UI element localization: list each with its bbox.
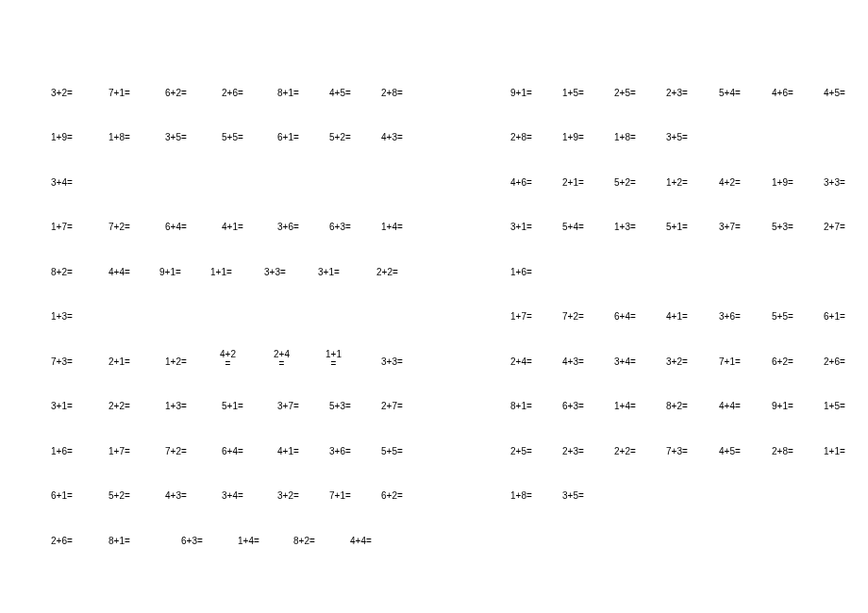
- math-problem: 1+1=: [824, 446, 845, 456]
- problem-row: 1+9=1+8=3+5=5+5=6+1=5+2=4+3=2+8=1+9=1+8=…: [0, 132, 868, 145]
- math-problem: 1+7=: [510, 311, 532, 322]
- math-problem: 4+1=: [277, 446, 299, 456]
- math-problem: 3+2=: [666, 356, 688, 367]
- math-problem: 4+1=: [666, 311, 688, 322]
- math-problem: 7+3=: [666, 446, 688, 456]
- math-problem: 1+7=: [108, 446, 130, 456]
- math-problem: 3+3=: [381, 356, 403, 367]
- math-problem: 5+2=: [614, 177, 636, 188]
- math-problem: 2+6=: [222, 88, 243, 98]
- math-problem: 3+1=: [51, 401, 73, 411]
- math-problem: 9+1=: [772, 401, 793, 411]
- math-problem: 4+4=: [719, 401, 741, 411]
- math-problem: 1+8=: [510, 490, 532, 501]
- math-problem: 1+6=: [510, 267, 532, 277]
- math-problem: 5+1=: [222, 401, 243, 411]
- math-problem: 1+3=: [165, 401, 187, 411]
- math-problem: 2+7=: [824, 222, 845, 232]
- math-problem: 3+4=: [51, 177, 73, 188]
- problem-row: 1+3=1+7=7+2=6+4=4+1=3+6=5+5=6+1=: [0, 311, 868, 324]
- math-problem: 6+4=: [614, 311, 636, 322]
- math-problem: 1+4=: [381, 222, 403, 232]
- problem-row: 1+6=1+7=7+2=6+4=4+1=3+6=5+5=2+5=2+3=2+2=…: [0, 446, 868, 459]
- math-problem: 3+7=: [277, 401, 299, 411]
- math-problem: 1+8=: [614, 132, 636, 142]
- math-problem: 5+3=: [772, 222, 793, 232]
- math-problem: 2+2=: [108, 401, 130, 411]
- math-problem: 2+5=: [614, 88, 636, 98]
- math-problem: 5+5=: [381, 446, 403, 456]
- math-problem: 2+8=: [772, 446, 793, 456]
- math-problem: 1+3=: [614, 222, 636, 232]
- math-problem: 2+4=: [510, 356, 532, 367]
- math-problem: 4+5=: [329, 88, 351, 98]
- math-problem: 3+4=: [614, 356, 636, 367]
- math-problem: 1+8=: [108, 132, 130, 142]
- math-problem: 2+6=: [51, 536, 73, 546]
- math-problem: 6+3=: [181, 536, 203, 546]
- math-problem: 1+7=: [51, 222, 73, 232]
- math-problem: 6+1=: [277, 132, 299, 142]
- math-problem: 3+5=: [562, 490, 584, 501]
- math-problem: 4+6=: [510, 177, 532, 188]
- math-problem: 1+5=: [824, 401, 845, 411]
- problem-row: 6+1=5+2=4+3=3+4=3+2=7+1=6+2=1+8=3+5=: [0, 490, 868, 504]
- math-problem: 1+3=: [51, 311, 73, 322]
- math-problem: 1+4=: [238, 536, 259, 546]
- math-problem: 4+5=: [824, 88, 845, 98]
- math-problem: 4+6=: [772, 88, 793, 98]
- math-problem: 2+3=: [666, 88, 688, 98]
- math-problem: 7+2=: [165, 446, 187, 456]
- math-problem: 1+5=: [562, 88, 584, 98]
- math-problem: 3+2=: [51, 88, 73, 98]
- problem-row: 1+7=7+2=6+4=4+1=3+6=6+3=1+4=3+1=5+4=1+3=…: [0, 222, 868, 235]
- math-problem: 2+2=: [376, 267, 398, 277]
- math-problem: 7+3=: [51, 356, 73, 367]
- problem-row: 2+6=8+1=6+3=1+4=8+2=4+4=: [0, 536, 868, 549]
- math-problem: 3+6=: [277, 222, 299, 232]
- math-problem: 3+3=: [264, 267, 286, 277]
- math-problem: 3+1=: [510, 222, 532, 232]
- math-problem: 5+5=: [772, 311, 793, 322]
- math-problem: 7+2=: [562, 311, 584, 322]
- math-problem-stacked: 1+1=: [326, 350, 342, 369]
- math-problem: 3+1=: [318, 267, 340, 277]
- math-problem: 2+1=: [562, 177, 584, 188]
- math-problem: 2+6=: [824, 356, 845, 367]
- math-problem: 3+5=: [165, 132, 187, 142]
- problem-row: 8+2=4+4=9+1=1+1=3+3=3+1=2+2=1+6=: [0, 267, 868, 280]
- math-problem: 6+1=: [824, 311, 845, 322]
- math-problem: 2+8=: [381, 88, 403, 98]
- math-problem: 4+3=: [381, 132, 403, 142]
- math-problem: 6+3=: [329, 222, 351, 232]
- math-problem: 2+1=: [108, 356, 130, 367]
- math-problem: 4+5=: [719, 446, 741, 456]
- math-problem: 4+4=: [108, 267, 130, 277]
- math-problem: 7+2=: [108, 222, 130, 232]
- math-problem: 6+3=: [562, 401, 584, 411]
- math-problem: 9+1=: [159, 267, 181, 277]
- math-problem: 2+2=: [614, 446, 636, 456]
- math-problem: 1+2=: [666, 177, 688, 188]
- math-problem: 2+5=: [510, 446, 532, 456]
- math-problem: 5+4=: [719, 88, 741, 98]
- problem-row: 7+3=2+1=1+2=3+3=2+4=4+3=3+4=3+2=7+1=6+2=…: [0, 356, 868, 370]
- math-problem: 5+2=: [108, 490, 130, 501]
- math-problem-stacked: 2+4=: [274, 350, 290, 369]
- math-problem: 8+2=: [293, 536, 315, 546]
- math-problem: 6+1=: [51, 490, 73, 501]
- math-problem: 2+8=: [510, 132, 532, 142]
- math-problem: 3+6=: [719, 311, 741, 322]
- math-problem: 4+2=: [719, 177, 741, 188]
- math-problem: 4+4=: [350, 536, 372, 546]
- math-problem: 7+1=: [719, 356, 741, 367]
- math-problem: 3+5=: [666, 132, 688, 142]
- math-problem: 8+1=: [510, 401, 532, 411]
- math-problem: 3+4=: [222, 490, 243, 501]
- math-problem: 5+5=: [222, 132, 243, 142]
- math-problem: 3+7=: [719, 222, 741, 232]
- math-problem: 7+1=: [108, 88, 130, 98]
- math-problem: 2+3=: [562, 446, 584, 456]
- math-problem: 4+3=: [562, 356, 584, 367]
- math-problem: 1+9=: [562, 132, 584, 142]
